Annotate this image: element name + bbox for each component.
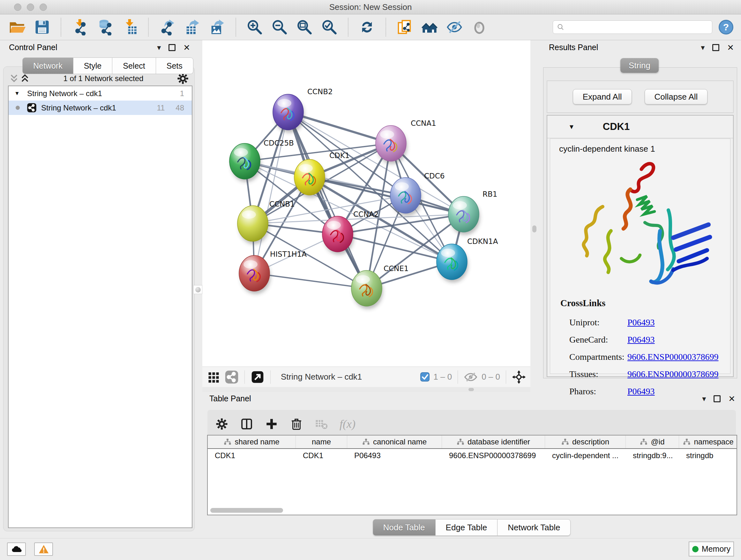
memory-button[interactable]: Memory [689, 542, 734, 557]
selected-checkbox-icon[interactable] [420, 372, 429, 381]
bottom-splitter-grip[interactable] [468, 388, 474, 391]
help-button[interactable]: ? [719, 20, 733, 35]
search-input[interactable] [567, 22, 708, 32]
show-columns-icon[interactable] [240, 417, 253, 431]
node-CCNB1[interactable] [238, 206, 269, 244]
column-header-namespace[interactable]: namespace [679, 435, 737, 448]
export-network-button[interactable] [158, 17, 177, 37]
float-panel-icon[interactable] [712, 44, 719, 51]
apply-layout-button[interactable] [357, 17, 377, 37]
column-header-description[interactable]: description [545, 435, 626, 448]
close-panel-icon[interactable]: ✕ [728, 395, 735, 403]
import-table-file-button[interactable] [120, 17, 139, 37]
left-splitter-grip[interactable] [193, 285, 202, 294]
edge-CCNB2-CCNE1[interactable] [288, 112, 367, 288]
float-panel-icon[interactable] [169, 44, 176, 51]
network-collection-row[interactable]: ▼ String Network – cdk1 1 [9, 86, 192, 101]
right-splitter-grip[interactable] [532, 226, 536, 233]
delete-columns-icon[interactable] [290, 417, 303, 431]
panel-menu-icon[interactable]: ▾ [157, 44, 161, 51]
crosslink-link[interactable]: P06493 [627, 317, 655, 327]
node-RB1[interactable] [448, 196, 480, 235]
network-options-gear-icon[interactable] [177, 72, 189, 85]
edge-HIST1H1A-CCNE1[interactable] [254, 273, 367, 288]
network-canvas[interactable]: CCNB2CCNA1CDC25BCDK1CDC6RB1CCNB1CCNA2CDK… [202, 40, 530, 367]
import-network-file-button[interactable] [70, 17, 89, 37]
horizontal-scrollbar[interactable] [209, 508, 736, 513]
home-networks-button[interactable] [420, 17, 439, 37]
zoom-in-button[interactable] [245, 17, 264, 37]
close-panel-icon[interactable]: ✕ [183, 44, 190, 52]
float-panel-icon[interactable] [714, 395, 721, 402]
export-table-button[interactable] [183, 17, 202, 37]
zoom-out-button[interactable] [270, 17, 289, 37]
import-network-database-button[interactable] [95, 17, 114, 37]
tab-string[interactable]: String [620, 58, 659, 73]
tab-node-table[interactable]: Node Table [373, 519, 435, 536]
hide-selected-button[interactable] [445, 17, 464, 37]
tab-sets[interactable]: Sets [156, 57, 193, 74]
tab-style[interactable]: Style [73, 57, 113, 74]
crosslink-link[interactable]: 9606.ENSP00000378699 [627, 369, 718, 379]
column-header-canonical-name[interactable]: canonical name [347, 435, 442, 448]
node-table[interactable]: shared namenamecanonical namedatabase id… [207, 435, 737, 515]
table-cell[interactable]: cyclin-dependent ... [545, 449, 626, 462]
table-cell[interactable]: P06493 [347, 449, 442, 462]
zoom-selected-button[interactable] [320, 17, 339, 37]
grid-view-icon[interactable] [207, 370, 221, 384]
table-cell[interactable]: CDK1 [296, 449, 347, 462]
scrollbar-thumb[interactable] [210, 508, 283, 513]
table-cell[interactable]: stringdb:9... [626, 449, 679, 462]
show-hidden-button[interactable] [470, 17, 489, 37]
column-header-database-identifier[interactable]: database identifier [442, 435, 545, 448]
network-view-icon[interactable] [225, 370, 239, 384]
node-CCNB2[interactable] [273, 94, 305, 133]
zoom-fit-button[interactable] [295, 17, 314, 37]
edge-CCNA2-CDKN1A[interactable] [338, 234, 452, 262]
hidden-eye-icon[interactable] [464, 370, 478, 384]
node-CCNE1[interactable] [351, 270, 383, 309]
network-svg[interactable]: CCNB2CCNA1CDC25BCDK1CDC6RB1CCNB1CCNA2CDK… [202, 40, 530, 367]
edge-CCNB2-HIST1H1A[interactable] [254, 112, 288, 273]
collapse-all-icon[interactable] [9, 73, 19, 84]
save-session-button[interactable] [32, 17, 52, 37]
table-cell[interactable]: CDK1 [208, 449, 296, 462]
detach-view-icon[interactable] [251, 370, 265, 384]
node-CCNA2[interactable] [322, 216, 354, 255]
column-header--id[interactable]: @id [626, 435, 679, 448]
table-options-gear-icon[interactable] [215, 417, 228, 431]
expand-all-button[interactable]: Expand All [573, 89, 632, 105]
node-CCNA1[interactable] [376, 125, 407, 164]
create-column-icon[interactable] [265, 417, 278, 431]
expand-all-icon[interactable] [19, 73, 30, 84]
tab-network[interactable]: Network [22, 57, 73, 74]
tree-expanded-icon[interactable]: ▼ [14, 90, 23, 97]
column-header-name[interactable]: name [296, 435, 347, 448]
cloud-status-button[interactable] [7, 543, 26, 556]
tab-network-table[interactable]: Network Table [497, 519, 570, 536]
collapse-all-button[interactable]: Collapse All [645, 89, 708, 105]
first-neighbors-button[interactable] [395, 17, 414, 37]
node-CDKN1A[interactable] [436, 244, 468, 283]
column-header-shared-name[interactable]: shared name [208, 435, 296, 448]
crosslink-link[interactable]: P06493 [627, 334, 655, 345]
table-cell[interactable]: stringdb [679, 449, 737, 462]
node-CDC25B[interactable] [229, 143, 261, 182]
close-panel-icon[interactable]: ✕ [727, 44, 734, 52]
search-box[interactable] [553, 20, 712, 34]
warnings-button[interactable] [34, 543, 53, 556]
crosslink-link[interactable]: 9606.ENSP00000378699 [627, 352, 718, 362]
panel-menu-icon[interactable]: ▾ [702, 395, 706, 402]
tab-edge-table[interactable]: Edge Table [435, 519, 498, 536]
node-HIST1H1A[interactable] [239, 255, 271, 294]
section-expanded-icon[interactable]: ▼ [568, 123, 575, 131]
node-CDK1[interactable] [294, 159, 326, 198]
open-session-button[interactable] [8, 17, 27, 37]
table-cell[interactable]: 9606.ENSP00000378699 [442, 449, 545, 462]
tab-select[interactable]: Select [112, 57, 156, 74]
node-result-header[interactable]: ▼ CDK1 [547, 116, 733, 138]
table-row[interactable]: CDK1CDK1P064939606.ENSP00000378699cyclin… [208, 449, 737, 462]
canvas-table-splitter[interactable] [202, 387, 530, 392]
birdseye-crosshair-icon[interactable] [512, 370, 526, 384]
panel-menu-icon[interactable]: ▾ [701, 44, 704, 51]
